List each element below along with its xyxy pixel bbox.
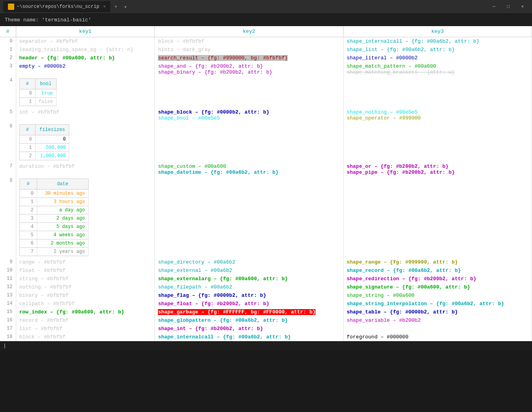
row-num: 10: [0, 266, 16, 275]
cell-k3: shape_or – {fg: #b200b2, attr: b} shape_…: [343, 162, 532, 177]
cell-k3: [343, 76, 532, 108]
new-tab-button[interactable]: +: [111, 2, 120, 11]
cell-k2: shape_and – {fg: #b200b2, attr: b} shape…: [155, 62, 343, 76]
cell-k2: shape_int – {fg: #b200b2, attr: b}: [155, 325, 343, 333]
inner-row-val: 30 minutes ago: [37, 190, 88, 198]
active-tab[interactable]: ~\source\repos\forks\nu_scrip ×: [3, 1, 111, 12]
row-num: 5: [0, 108, 16, 122]
table-row: 0 separator – #bfbfbf block – #bfbfbf sh…: [0, 37, 532, 46]
table-row: 2 header – {fg: #00a600, attr: b} search…: [0, 54, 532, 62]
inner-col-hash: #: [19, 125, 35, 135]
cell-k1: string – #bfbfbf: [16, 275, 155, 283]
cell-k1-date-table: #date 030 minutes ago 13 hours ago 2a da…: [16, 177, 155, 258]
cell-k1: nothing – #bfbfbf: [16, 283, 155, 291]
cell-k2: hints – dark_gray: [155, 46, 343, 54]
inner-row-idx: 0: [19, 135, 35, 144]
row-num: 18: [0, 333, 16, 341]
table-row: 9 range – #bfbfbf shape_directory – #00a…: [0, 258, 532, 266]
inner-col-bool: bool: [35, 79, 56, 89]
inner-col-filesizes: filesizes: [35, 125, 69, 135]
table-row: 14 cellpath – #bfbfbf shape_float – {fg:…: [0, 300, 532, 308]
cell-k2: block – #bfbfbf: [155, 37, 343, 46]
row-num: 1: [0, 46, 16, 54]
row-num: 0: [0, 37, 16, 46]
cell-k3: shape_string_interpolation – {fg: #00a6b…: [343, 300, 532, 308]
table-row: 18 block – #bfbfbf shape_internalcall – …: [0, 333, 532, 341]
close-window-button[interactable]: ×: [516, 0, 529, 14]
inner-row-val: 5 days ago: [37, 223, 88, 231]
cell-k3: [343, 177, 532, 258]
cell-k1-bool-table: #bool 0true 1false: [16, 76, 155, 108]
col-header-key3: key3: [343, 26, 532, 37]
inner-row-idx: 1: [19, 144, 35, 152]
cell-k3: shape_record – {fg: #00a6b2, attr: b}: [343, 266, 532, 275]
inner-date-table: #date 030 minutes ago 13 hours ago 2a da…: [19, 178, 89, 256]
inner-row-val: false: [35, 98, 56, 106]
theme-name-line: Theme name: 'terminal-basic': [0, 14, 532, 26]
col-header-key1: key1: [16, 26, 155, 37]
table-row: 16 record – #bfbfbf shape_globpattern – …: [0, 316, 532, 325]
table-row: 12 nothing – #bfbfbf shape_filepath – #0…: [0, 283, 532, 291]
inner-col-hash: #: [19, 179, 37, 190]
inner-row-idx: 1: [19, 198, 37, 206]
cell-k1: block – #bfbfbf: [16, 333, 155, 341]
cell-k3: foreground – #000000: [343, 333, 532, 341]
cell-k3: shape_nothing – #00e5e5 shape_operator –…: [343, 108, 532, 122]
data-table: # key1 key2 key3 0 separator – #bfbfbf b…: [0, 26, 532, 341]
cell-k2: shape_flag – {fg: #0000b2, attr: b}: [155, 291, 343, 300]
inner-row-val: 2 months ago: [37, 239, 88, 248]
cell-k1: empty – #0000b2: [16, 62, 155, 76]
cell-k3: shape_variable – #b200b2: [343, 316, 532, 325]
inner-col-date: date: [37, 179, 88, 190]
table-row: 8 #date 030 minutes ago 13 hours ago 2a …: [0, 177, 532, 258]
maximize-button[interactable]: □: [502, 0, 515, 14]
table-row: 7 duration – #bfbfbf shape_custom – #00a…: [0, 162, 532, 177]
col-header-key2: key2: [155, 26, 343, 37]
row-num: 15: [0, 308, 16, 316]
row-num: 2: [0, 54, 16, 62]
cell-k2: shape_filepath – #00a6b2: [155, 283, 343, 291]
cell-k1-filesize-table: #filesizes 00 1500,000 21,000,000: [16, 122, 155, 162]
cell-k1: separator – #bfbfbf: [16, 37, 155, 46]
inner-row-val: true: [35, 89, 56, 98]
table-header-row: # key1 key2 key3: [0, 26, 532, 37]
inner-filesize-table: #filesizes 00 1500,000 21,000,000: [19, 124, 70, 160]
tab-close-button[interactable]: ×: [103, 4, 106, 9]
row-num: 3: [0, 62, 16, 76]
cell-k3: shape_string – #00a600: [343, 291, 532, 300]
tab-dropdown-button[interactable]: ▾: [121, 2, 130, 12]
table-row: 17 list – #bfbfbf shape_int – {fg: #b200…: [0, 325, 532, 333]
cell-k2: shape_internalcall – {fg: #00a6b2, attr:…: [155, 333, 343, 341]
inner-row-val: 2 days ago: [37, 215, 88, 223]
cell-k2: shape_custom – #00a600 shape_datetime – …: [155, 162, 343, 177]
inner-row-val: a day ago: [37, 206, 88, 215]
table-row: 4 #bool 0true 1false: [0, 76, 532, 108]
cell-k3: shape_literal – #0000b2: [343, 54, 532, 62]
minimize-button[interactable]: ─: [488, 0, 500, 14]
inner-row-val: 2 years ago: [37, 248, 88, 256]
inner-bool-table: #bool 0true 1false: [19, 78, 57, 106]
col-header-hash: #: [0, 26, 16, 37]
row-num: 17: [0, 325, 16, 333]
cell-k3: shape_internalcall – {fg: #00a6b2, attr:…: [343, 37, 532, 46]
row-num: 4: [0, 76, 16, 108]
cursor: |: [3, 343, 6, 349]
cell-k2: search_result – {fg: #990000, bg: #bfbfb…: [155, 54, 343, 62]
cell-k1: range – #bfbfbf: [16, 258, 155, 266]
table-row: 11 string – #bfbfbf shape_externalarg – …: [0, 275, 532, 283]
inner-row-idx: 0: [19, 190, 37, 198]
cell-k2: [155, 177, 343, 258]
table-row: 10 float – #bfbfbf shape_external – #00a…: [0, 266, 532, 275]
cell-k3: [343, 122, 532, 162]
cell-k2-highlight: shape_garbage – {fg: #FFFFFF, bg: #FF000…: [155, 308, 343, 316]
table-row: 1 leading_trailing_space_bg – {attr: n} …: [0, 46, 532, 54]
tab-icon: [8, 4, 14, 10]
table-row: 15 row_index – {fg: #00a600, attr: b} sh…: [0, 308, 532, 316]
row-num: 6: [0, 122, 16, 162]
cell-k1: duration – #bfbfbf: [16, 162, 155, 177]
inner-row-idx: 1: [19, 98, 35, 106]
table-row: 13 binary – #bfbfbf shape_flag – {fg: #0…: [0, 291, 532, 300]
cell-k2: [155, 122, 343, 162]
cell-k1: float – #bfbfbf: [16, 266, 155, 275]
table-row: 5 int – #bfbfbf shape_block – {fg: #0000…: [0, 108, 532, 122]
